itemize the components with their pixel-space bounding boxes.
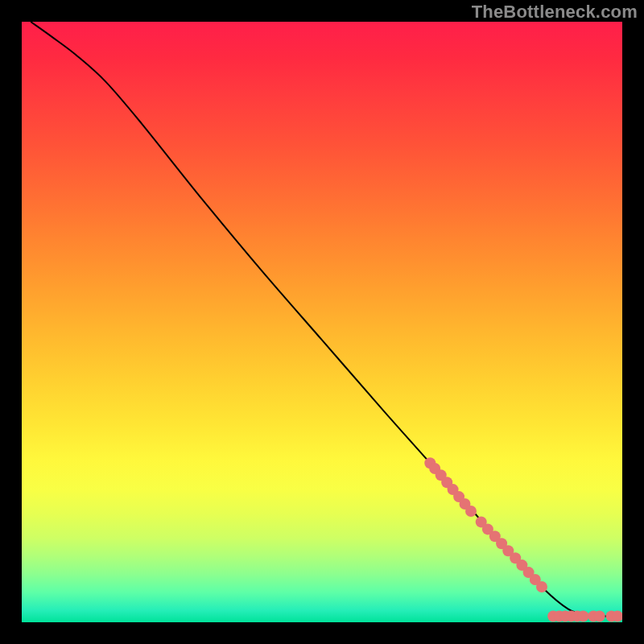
chart-svg bbox=[22, 22, 622, 622]
chart-container: TheBottleneck.com bbox=[0, 0, 644, 644]
marker-group bbox=[424, 457, 622, 621]
data-marker bbox=[578, 611, 589, 622]
watermark-text: TheBottleneck.com bbox=[472, 2, 638, 23]
data-marker bbox=[536, 581, 547, 592]
data-marker bbox=[465, 506, 477, 517]
data-marker bbox=[594, 611, 605, 622]
curve-line bbox=[31, 22, 622, 617]
plot-area bbox=[22, 22, 622, 622]
